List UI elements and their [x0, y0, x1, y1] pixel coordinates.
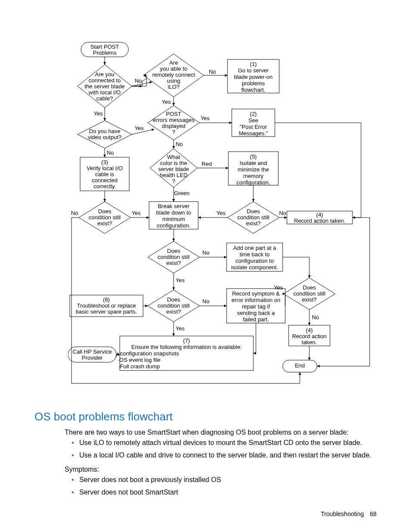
- svg-text:Start POST: Start POST: [90, 44, 119, 50]
- svg-text:?: ?: [172, 129, 175, 135]
- list-item: Use a local I/O cable and drive to conne…: [79, 450, 388, 460]
- svg-text:See: See: [248, 117, 258, 124]
- svg-text:condition still: condition still: [158, 254, 190, 260]
- svg-text:Record action taken.: Record action taken.: [294, 218, 345, 224]
- svg-text:failed part.: failed part.: [243, 316, 269, 323]
- svg-text:No: No: [176, 141, 183, 147]
- svg-text:isolate component.: isolate component.: [231, 264, 278, 271]
- svg-text:using: using: [167, 78, 180, 84]
- svg-text:taken.: taken.: [302, 339, 317, 345]
- svg-text:(2): (2): [250, 111, 257, 117]
- svg-text:condition still: condition still: [293, 290, 326, 297]
- svg-text:Do you have: Do you have: [89, 128, 121, 134]
- svg-text:exist?: exist?: [302, 296, 317, 303]
- svg-text:End: End: [295, 362, 305, 369]
- svg-text:Ensure the following informati: Ensure the following information is avai…: [131, 344, 242, 350]
- svg-text:(1): (1): [250, 61, 257, 67]
- svg-text:Does: Does: [247, 208, 260, 215]
- svg-text:condition still: condition still: [89, 214, 121, 221]
- flowchart-diagram: Start POST Problems Are you connected to…: [68, 39, 390, 389]
- svg-text:configuration.: configuration.: [237, 179, 270, 186]
- svg-text:Yes: Yes: [274, 284, 283, 291]
- svg-text:Yes: Yes: [162, 99, 171, 105]
- svg-text:Messages.": Messages.": [239, 130, 268, 137]
- svg-text:connected to: connected to: [89, 77, 121, 84]
- svg-text:(7): (7): [183, 337, 190, 344]
- svg-text:·Full crash dump: ·Full crash dump: [118, 363, 160, 370]
- svg-text:Provider: Provider: [82, 355, 103, 361]
- page-number: 68: [370, 510, 377, 517]
- svg-text:No: No: [209, 68, 216, 75]
- svg-text:Yes: Yes: [216, 210, 226, 216]
- list-item: Use iLO to remotely attach virtual devic…: [79, 438, 388, 448]
- svg-text:exist?: exist?: [246, 220, 261, 227]
- svg-text:(4): (4): [316, 212, 323, 218]
- svg-text:Yes: Yes: [175, 325, 185, 332]
- svg-text:health LED: health LED: [160, 172, 187, 178]
- svg-text:time back to: time back to: [240, 251, 270, 258]
- methods-list: Use iLO to remotely attach virtual devic…: [65, 438, 388, 463]
- svg-text:problems: problems: [242, 80, 265, 87]
- svg-text:Yes: Yes: [175, 277, 185, 283]
- svg-text:connected: connected: [92, 177, 118, 184]
- svg-text:Add one part at a: Add one part at a: [233, 245, 277, 251]
- svg-text:cable?: cable?: [97, 95, 113, 102]
- svg-text:repair tag if: repair tag if: [242, 303, 270, 310]
- svg-text:"Post Error: "Post Error: [240, 124, 267, 130]
- svg-text:Record action: Record action: [292, 333, 327, 339]
- svg-text:blade power-on: blade power-on: [234, 74, 273, 80]
- svg-text:?: ?: [172, 178, 175, 184]
- svg-text:minimize the: minimize the: [238, 166, 269, 173]
- svg-text:No: No: [135, 78, 142, 84]
- svg-text:Does: Does: [98, 208, 112, 215]
- svg-text:Does: Does: [167, 296, 181, 303]
- svg-text:(4): (4): [306, 327, 313, 333]
- svg-text:condition still: condition still: [158, 302, 190, 309]
- svg-text:error information on: error information on: [231, 297, 280, 303]
- svg-text:No: No: [312, 314, 319, 320]
- svg-text:iLO?: iLO?: [168, 84, 179, 90]
- svg-text:minimum: minimum: [162, 216, 185, 222]
- svg-text:Yes: Yes: [93, 110, 103, 117]
- svg-text:Go to server: Go to server: [238, 67, 269, 74]
- svg-text:Problems: Problems: [93, 50, 117, 56]
- svg-text:Isolate and: Isolate and: [240, 160, 267, 166]
- svg-text:exist?: exist?: [166, 260, 181, 266]
- svg-text:(6): (6): [103, 296, 110, 303]
- svg-text:Are you: Are you: [95, 71, 115, 78]
- svg-text:No: No: [202, 298, 210, 305]
- svg-text:(3): (3): [101, 159, 108, 165]
- svg-text:Does: Does: [303, 284, 316, 291]
- svg-text:Does: Does: [167, 248, 181, 254]
- svg-text:Green: Green: [174, 190, 190, 196]
- footer-section-label: Troubleshooting: [321, 510, 364, 517]
- svg-text:Record symptom &: Record symptom &: [232, 290, 280, 297]
- svg-text:POST: POST: [166, 111, 181, 117]
- svg-text:Verify local I/O: Verify local I/O: [87, 165, 123, 171]
- svg-text:correctly.: correctly.: [93, 183, 116, 190]
- svg-text:video output?: video output?: [88, 134, 121, 140]
- list-item: Server does not boot a previously instal…: [79, 475, 388, 485]
- svg-text:blade down to: blade down to: [156, 209, 191, 216]
- svg-text:flowchart.: flowchart.: [241, 87, 265, 93]
- svg-text:·OS event log file: ·OS event log file: [118, 357, 161, 363]
- svg-text:Yes: Yes: [134, 125, 144, 131]
- svg-text:Red: Red: [202, 161, 212, 167]
- intro-paragraph: There are two ways to use SmartStart whe…: [65, 427, 388, 437]
- svg-text:Break server: Break server: [158, 203, 190, 209]
- section-heading: OS boot problems flowchart: [34, 410, 173, 423]
- svg-text:displayed: displayed: [162, 123, 186, 129]
- svg-text:exist?: exist?: [166, 308, 181, 315]
- svg-text:the server blade: the server blade: [84, 83, 125, 90]
- svg-text:sending back a: sending back a: [237, 310, 275, 316]
- svg-text:you able to: you able to: [160, 65, 187, 72]
- symptoms-list: Server does not boot a previously instal…: [65, 475, 388, 500]
- svg-text:remotely connect: remotely connect: [153, 72, 195, 78]
- svg-text:Yes: Yes: [131, 210, 141, 216]
- svg-text:cable is: cable is: [95, 171, 115, 177]
- svg-text:exist?: exist?: [97, 220, 112, 227]
- svg-text:condition still: condition still: [237, 214, 270, 221]
- svg-text:configuration to: configuration to: [236, 258, 274, 264]
- symptoms-label: Symptoms:: [65, 464, 388, 474]
- svg-text:Yes: Yes: [200, 115, 210, 121]
